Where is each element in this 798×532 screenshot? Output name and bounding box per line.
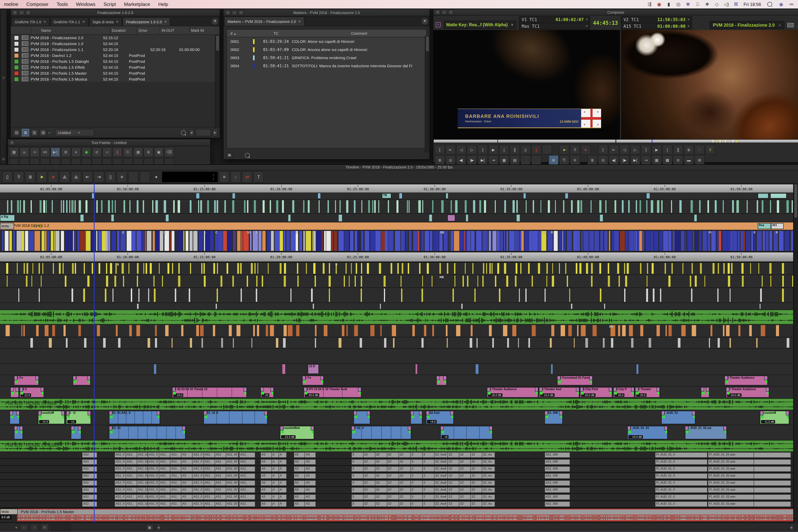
composer-titlebar[interactable]: x – + Composer xyxy=(433,9,798,16)
iris-icon[interactable]: ✾ xyxy=(685,1,691,7)
grid-clip[interactable]: S2 xyxy=(387,459,400,465)
grid-clip[interactable]: S2 xyxy=(387,473,400,479)
blank[interactable] xyxy=(140,171,150,183)
bin-row[interactable]: PVM 2018 - ProTools 1.5 Dialoghi52:44:15… xyxy=(11,58,220,64)
grid-clip[interactable]: AS1 xyxy=(82,480,97,486)
grid-clip[interactable]: S2 xyxy=(398,466,412,472)
grid-clip[interactable]: AS1_00 xyxy=(226,480,239,486)
master-gain-label[interactable]: 8.0 dB xyxy=(0,515,12,519)
grid-clip[interactable]: AS xyxy=(293,459,305,465)
grid-clip[interactable]: AS xyxy=(305,487,316,493)
grid-clip[interactable]: AS1_00 xyxy=(226,473,239,479)
clip[interactable]: 201 xyxy=(771,223,784,229)
grid-clip[interactable]: AS1_00 xyxy=(226,466,239,472)
marker-row[interactable]: 000401:50:41:21SOTTOTITOLI: Manca da ins… xyxy=(227,62,426,70)
grid-clip[interactable]: AS1_ xyxy=(239,452,255,458)
grid-clip[interactable]: S2 xyxy=(375,452,388,458)
record-icon[interactable]: ◉ xyxy=(656,1,662,7)
menu-clock[interactable]: Fri 18:56 xyxy=(743,2,761,7)
tool-palette-titlebar[interactable]: x Tool Palette - Untitled xyxy=(8,139,210,146)
grid-clip[interactable]: AS1_000 xyxy=(545,473,570,479)
grid-clip[interactable]: S2_Au xyxy=(482,452,495,458)
clip[interactable]: 03 - O-14. xyxy=(66,411,91,424)
timeline-scrollbar[interactable] xyxy=(793,183,798,523)
grid-clip[interactable]: AS1 xyxy=(82,494,97,500)
grid-clip[interactable]: AS1 xyxy=(82,452,97,458)
grid-clip[interactable]: A xyxy=(279,487,287,493)
grid-clip[interactable]: S2 xyxy=(375,487,388,493)
grid-clip[interactable]: S2_Au xyxy=(482,494,495,500)
list-icon[interactable]: ≣ xyxy=(587,155,597,165)
step-back-icon[interactable]: ◁ xyxy=(620,145,629,154)
source-position-bar[interactable] xyxy=(433,139,616,143)
trim-a-icon[interactable]: ⟁ xyxy=(59,171,70,183)
bin-row[interactable]: PVM 2018 - Finalizzazione 2.052:15:12 xyxy=(11,35,220,41)
match-frame-icon[interactable]: ▦ xyxy=(499,155,509,165)
clipboard-icon[interactable]: ⎘ xyxy=(41,524,49,531)
grid-clip[interactable]: A xyxy=(279,480,287,486)
script-view-icon[interactable]: ▧ xyxy=(40,129,47,136)
overwrite-red-icon[interactable]: ➤ xyxy=(48,171,58,183)
grid-clip[interactable]: AS1_00 xyxy=(226,487,239,493)
mark-clip-icon[interactable]: ⟦ xyxy=(598,145,608,154)
blank[interactable] xyxy=(542,145,552,154)
clip[interactable]: a Sig xyxy=(0,215,15,221)
grid-clip[interactable]: FI_AUD_01_01.wav xyxy=(708,501,755,507)
grid-clip[interactable]: AS1_ xyxy=(239,480,255,486)
close-tab-icon[interactable]: ✕ xyxy=(164,20,167,24)
tab-grafiche-ita-1-0[interactable]: Grafiche ITA 1.0✕ xyxy=(12,17,50,26)
tab-finalizzazione-1-0-2-0[interactable]: Finalizzazione 1.0-2.0✕ xyxy=(123,17,170,26)
segment-icon[interactable]: ≣ xyxy=(684,145,694,154)
bracket-both-icon[interactable]: ][ xyxy=(673,145,683,154)
grid-clip[interactable]: AS xyxy=(305,480,316,486)
kite-icon[interactable]: ◇ xyxy=(714,1,720,7)
spotlight-icon[interactable] xyxy=(767,2,772,7)
grid-clip[interactable]: AS xyxy=(261,459,272,465)
grid-clip[interactable]: S xyxy=(351,473,365,479)
bluetooth-icon[interactable]: ❖ xyxy=(704,1,710,7)
grid-clip[interactable]: A xyxy=(279,466,287,472)
menu-composer[interactable]: Composer xyxy=(22,1,53,7)
master-track[interactable]: PVM 2018 - ProTools 1.5 Master xyxy=(17,509,798,521)
grid-clip[interactable]: FI_AUD_01_01.wav xyxy=(708,487,755,493)
grid-clip[interactable]: AS xyxy=(293,487,305,493)
clip[interactable]: -20 xyxy=(261,387,274,398)
volume-icon[interactable]: ◁) xyxy=(724,1,729,7)
grid-clip[interactable]: FI_AUD_01_0 xyxy=(655,452,707,458)
text-view-icon[interactable]: ▦ xyxy=(22,129,29,136)
grid-clip[interactable]: AS xyxy=(261,452,272,458)
grid-clip[interactable] xyxy=(754,501,791,507)
clip-color-box[interactable] xyxy=(14,65,19,70)
grid-clip[interactable]: FI_AUD_01_01.wav xyxy=(708,452,755,458)
grid-clip[interactable]: FI_AUD_01_0 xyxy=(655,480,707,486)
grid-clip[interactable]: S2 xyxy=(398,473,412,479)
grid-clip[interactable] xyxy=(754,473,791,479)
film-icon[interactable]: ▤ xyxy=(510,155,520,165)
grid-icon[interactable]: ⠿ xyxy=(14,171,24,183)
sequence-icon[interactable] xyxy=(787,23,794,27)
grid-clip[interactable]: S xyxy=(410,494,424,500)
brief-view-icon[interactable]: ▤ xyxy=(13,129,20,136)
grid-clip[interactable]: A xyxy=(279,473,287,479)
quad-split-icon[interactable]: ⊞ xyxy=(549,155,558,165)
grid-clip[interactable]: FI_AUD_01_01.wav xyxy=(708,459,755,465)
extract-yellow-icon[interactable]: ⇧ xyxy=(705,145,715,154)
grid-clip[interactable]: AS xyxy=(293,473,305,479)
grid-clip[interactable]: S xyxy=(410,487,424,493)
track-a-yellow-2[interactable]: RB xyxy=(0,275,798,288)
tool-icon-4[interactable]: ▶▯ xyxy=(51,147,60,157)
frame-view-icon[interactable]: ▥ xyxy=(31,129,38,136)
close-icon[interactable]: x xyxy=(12,10,18,15)
grid-clip[interactable]: AS1 xyxy=(82,473,97,479)
clip[interactable] xyxy=(758,193,768,198)
grid-clip[interactable]: S2 xyxy=(387,501,400,507)
step-forward-icon[interactable]: › xyxy=(30,524,38,531)
clip-color-box[interactable] xyxy=(14,77,19,81)
red-marker-icon[interactable]: ❙ xyxy=(531,145,541,154)
track-v-sigla[interactable]: a Sig xyxy=(0,214,798,223)
minimize-icon[interactable]: – xyxy=(19,10,24,15)
grid-clip[interactable]: S2_Au xyxy=(482,487,495,493)
clip[interactable]: 01 xyxy=(73,376,91,385)
grid-clip[interactable]: S xyxy=(351,501,365,507)
grid-clip[interactable]: S xyxy=(422,473,436,479)
